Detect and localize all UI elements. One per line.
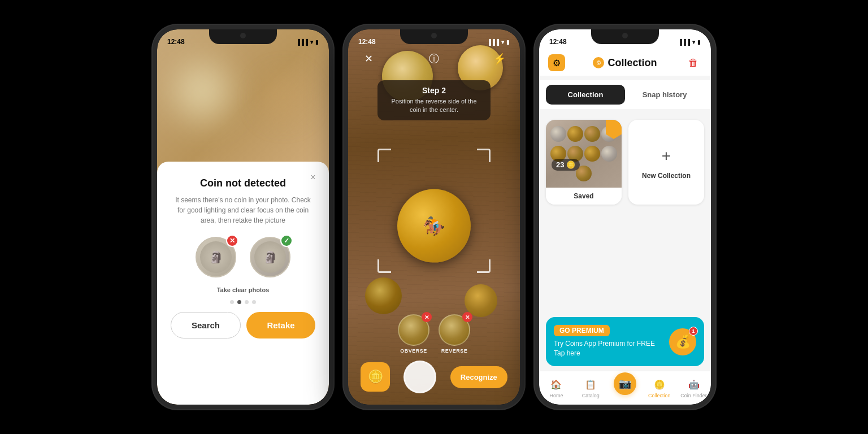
wifi-icon-3: ▾ — [692, 39, 695, 45]
obverse-label: OBVERSE — [398, 348, 429, 354]
count-number: 23 — [556, 160, 564, 169]
mini-coin-8 — [601, 146, 617, 162]
step-title: Step 2 — [387, 86, 481, 95]
good-coin-example: 🗿 ✓ — [250, 237, 290, 277]
wifi-icon-2: ▾ — [501, 39, 504, 45]
status-time-2: 12:48 — [358, 38, 376, 46]
search-button[interactable]: Search — [171, 312, 241, 338]
notch-3 — [591, 29, 659, 44]
nav-coin-finder[interactable]: 🤖 Coin Finder — [676, 378, 711, 398]
premium-notification-badge: 1 — [689, 327, 698, 336]
good-coin-detail: 🗿 — [254, 241, 286, 273]
modal-description: It seems there's no coin in your photo. … — [171, 195, 315, 225]
bad-coin-detail: 🗿 — [200, 241, 232, 273]
coin-thumbnails: ✕ OBVERSE ✕ REVERSE — [398, 314, 470, 354]
coin-logo-icon: © — [593, 57, 604, 68]
ai-icon: 🤖 — [687, 378, 701, 392]
nav-catalog-label: Catalog — [582, 393, 600, 398]
camera-top-bar: ✕ ⓘ ⚡ — [348, 50, 520, 68]
camera-bottom-controls: 🪙 Recognize — [348, 361, 520, 393]
header-title-row: © Collection — [593, 57, 657, 69]
nav-collection-label: Collection — [648, 393, 671, 398]
nav-coin-finder-label: Coin Finder — [680, 393, 707, 398]
battery-icon: ▮ — [315, 39, 319, 45]
saved-collection-card[interactable]: 23 🪙 Saved — [546, 120, 622, 205]
trash-button[interactable]: 🗑 — [685, 54, 702, 71]
action-buttons: Search Retake — [171, 312, 315, 338]
phone1-background: 12:48 ▐▐▐ ▾ ▮ × Coin not detected It see… — [157, 29, 329, 405]
bg-blur-right — [261, 75, 306, 120]
dot-4 — [252, 300, 256, 304]
tab-collection[interactable]: Collection — [546, 85, 625, 105]
phone2-background: 12:48 ▐▐▐ ▾ ▮ ✕ ⓘ ⚡ Step 2 Position the … — [348, 29, 520, 405]
premium-icon: 💰 1 — [669, 328, 696, 355]
battery-icon-3: ▮ — [697, 39, 701, 45]
step-description: Position the reverse side of the coin in… — [387, 97, 481, 115]
nav-collection[interactable]: 🪙 Collection — [642, 378, 676, 398]
signal-icon: ▐▐▐ — [296, 39, 308, 45]
status-icons-1: ▐▐▐ ▾ ▮ — [296, 39, 319, 45]
app-logo-button[interactable]: 🪙 — [361, 362, 390, 392]
bottom-navigation: 🏠 Home 📋 Catalog 📷 🪙 Collection 🤖 Coin F… — [539, 371, 711, 405]
collection-nav-icon: 🪙 — [653, 378, 666, 392]
pagination-dots — [171, 300, 315, 304]
info-button[interactable]: ⓘ — [425, 50, 443, 68]
mini-coin-7 — [584, 146, 600, 162]
dot-1 — [230, 300, 234, 304]
modal-title: Coin not detected — [171, 177, 315, 189]
premium-line1: Try Coins App Premium for FREE — [554, 339, 655, 349]
corner-tl — [377, 149, 391, 162]
catalog-icon: 📋 — [584, 378, 597, 392]
premium-badge: GO PREMIUM — [554, 325, 610, 336]
bg-blur-left — [174, 63, 231, 120]
corner-tr — [477, 149, 491, 162]
status-icons-2: ▐▐▐ ▾ ▮ — [487, 39, 510, 45]
collection-header: ⚙ © Collection 🗑 — [539, 50, 711, 76]
nav-home[interactable]: 🏠 Home — [539, 378, 574, 398]
plus-icon: + — [655, 145, 678, 167]
notch-2 — [400, 29, 468, 44]
notch-dot-2 — [431, 33, 437, 38]
recognize-button[interactable]: Recognize — [450, 366, 507, 388]
tab-snap-history[interactable]: Snap history — [625, 85, 704, 105]
signal-icon-3: ▐▐▐ — [678, 39, 690, 45]
good-coin-badge: ✓ — [280, 235, 293, 247]
premium-line2: Tap here — [554, 349, 655, 358]
notch-1 — [209, 29, 277, 44]
obverse-error-badge: ✕ — [422, 312, 432, 322]
settings-button[interactable]: ⚙ — [548, 54, 565, 71]
mini-coin-3 — [584, 126, 600, 142]
shutter-button[interactable] — [403, 361, 436, 393]
status-icons-3: ▐▐▐ ▾ ▮ — [678, 39, 701, 45]
obverse-thumb: ✕ OBVERSE — [398, 314, 429, 354]
dot-2 — [237, 300, 241, 304]
premium-banner[interactable]: GO PREMIUM Try Coins App Premium for FRE… — [546, 317, 704, 366]
premium-text-area: GO PREMIUM Try Coins App Premium for FRE… — [554, 325, 655, 358]
close-button[interactable]: × — [306, 171, 320, 184]
notch-dot-3 — [622, 33, 628, 38]
mini-coin-1 — [550, 126, 566, 142]
collection-count: 23 🪙 — [552, 159, 580, 171]
battery-icon-2: ▮ — [506, 39, 510, 45]
saved-label: Saved — [546, 188, 622, 205]
status-time-1: 12:48 — [167, 38, 185, 46]
new-collection-card[interactable]: + New Collection — [628, 120, 704, 205]
step-tooltip: Step 2 Position the reverse side of the … — [377, 80, 491, 120]
bad-coin-example: 🗿 ✕ — [196, 237, 236, 277]
nav-home-label: Home — [549, 393, 563, 398]
wifi-icon: ▾ — [310, 39, 313, 45]
new-collection-label: New Collection — [642, 172, 691, 180]
retake-button[interactable]: Retake — [246, 312, 315, 338]
close-camera-button[interactable]: ✕ — [359, 50, 377, 68]
status-time-3: 12:48 — [549, 38, 567, 46]
notch-dot-1 — [240, 33, 246, 38]
nav-catalog[interactable]: 📋 Catalog — [574, 378, 608, 398]
flash-button[interactable]: ⚡ — [491, 50, 509, 68]
signal-icon-2: ▐▐▐ — [487, 39, 499, 45]
mini-coin-2 — [567, 126, 583, 142]
collection-grid: 23 🪙 Saved + New Collection — [546, 120, 704, 205]
phone3-background: 12:48 ▐▐▐ ▾ ▮ ⚙ © Collection 🗑 Collectio… — [539, 29, 711, 405]
reverse-thumb: ✕ REVERSE — [439, 314, 470, 354]
nav-camera[interactable]: 📷 — [608, 381, 643, 395]
camera-nav-icon: 📷 — [614, 372, 636, 395]
